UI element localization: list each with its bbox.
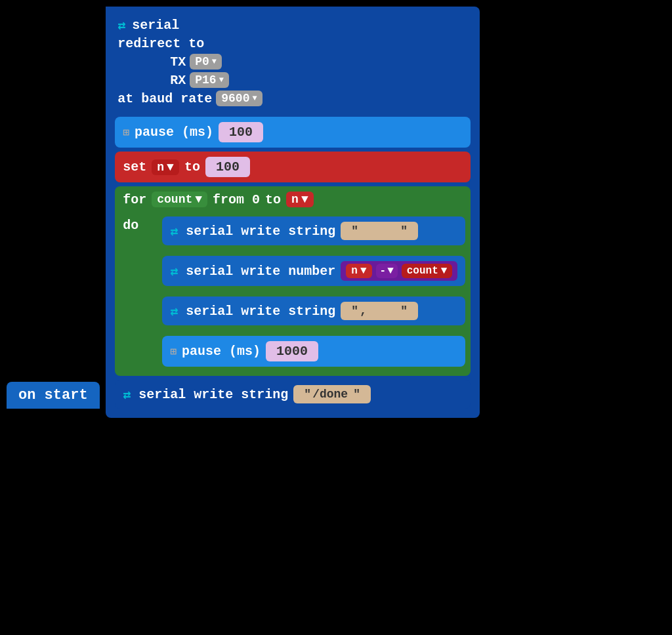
count-var-label: count bbox=[157, 193, 192, 206]
math-n-label: n bbox=[351, 265, 358, 277]
done-string-value[interactable]: " /done " bbox=[293, 385, 371, 403]
set-value-box[interactable]: 100 bbox=[205, 157, 250, 177]
for-header-row: for count ▼ from 0 to n ▼ bbox=[115, 186, 471, 213]
pause1-value-box[interactable]: 100 bbox=[219, 122, 263, 142]
math-block: n ▼ - ▼ count ▼ bbox=[341, 261, 457, 281]
tx-dropdown[interactable]: P0 ▼ bbox=[190, 54, 222, 70]
usb-icon-5: ⇄ bbox=[123, 386, 131, 403]
to-label-for: to bbox=[265, 192, 281, 207]
serial-line2: redirect to bbox=[117, 36, 468, 51]
pause-block-2: ⊞ pause (ms) 1000 bbox=[162, 336, 465, 367]
tx-label: TX bbox=[170, 54, 186, 70]
n-for-arrow: ▼ bbox=[301, 193, 308, 206]
quote-close-done: " bbox=[353, 388, 360, 401]
tx-value: P0 bbox=[195, 55, 209, 68]
usb-icon-3: ⇄ bbox=[170, 263, 178, 279]
count-var-arrow: ▼ bbox=[441, 265, 448, 277]
usb-icon-4: ⇄ bbox=[170, 303, 178, 319]
serial-write-number-label: serial write number bbox=[186, 264, 335, 279]
rx-label: RX bbox=[170, 73, 186, 88]
redirect-to-label: redirect to bbox=[117, 36, 204, 51]
pause-block-1: ⊞ pause (ms) 100 bbox=[115, 117, 471, 148]
serial-write-string-1: ⇄ serial write string " " bbox=[162, 216, 465, 245]
baud-row: at baud rate 9600 ▼ bbox=[117, 91, 468, 106]
serial-write-string1-label: serial write string bbox=[186, 224, 335, 239]
set-value: 100 bbox=[216, 159, 240, 174]
quote-close-2: " bbox=[400, 304, 408, 318]
rx-value: P16 bbox=[195, 73, 216, 87]
quote-open-done: " bbox=[304, 388, 311, 401]
math-n-dropdown[interactable]: n ▼ bbox=[346, 264, 371, 278]
serial-write-done: ⇄ serial write string " /done " bbox=[115, 380, 471, 409]
quote-close-1: " bbox=[400, 224, 408, 237]
serial-redirect-block: ⇄ serial redirect to TX P0 ▼ RX P16 ▼ bbox=[115, 13, 471, 113]
serial-write-string2-label: serial write string bbox=[186, 304, 335, 319]
op-dropdown[interactable]: - ▼ bbox=[376, 264, 398, 278]
to-label: to bbox=[184, 159, 200, 174]
do-label-text: do bbox=[123, 218, 138, 233]
op-label: - bbox=[380, 265, 387, 277]
serial-line1: ⇄ serial bbox=[117, 17, 468, 33]
n-for-label: n bbox=[291, 193, 299, 206]
quote-open-1: " bbox=[351, 224, 358, 237]
block-wrapper: ⇄ serial redirect to TX P0 ▼ RX P16 ▼ bbox=[106, 7, 480, 418]
done-string-content: /done bbox=[312, 388, 352, 401]
usb-icon-2: ⇄ bbox=[170, 223, 178, 239]
set-block: set n ▼ to 100 bbox=[115, 152, 471, 182]
count-arrow: ▼ bbox=[195, 193, 202, 206]
do-label: do bbox=[123, 213, 162, 233]
usb-icon-1: ⇄ bbox=[117, 17, 125, 33]
string-content-2: , bbox=[360, 304, 399, 318]
rx-arrow: ▼ bbox=[219, 75, 224, 85]
serial-write-done-label: serial write string bbox=[138, 387, 288, 402]
from-label: from 0 bbox=[213, 192, 260, 207]
pause1-value: 100 bbox=[229, 125, 253, 140]
grid-icon-2: ⊞ bbox=[170, 345, 177, 358]
math-n-arrow: ▼ bbox=[360, 265, 367, 277]
count-var-dropdown[interactable]: count ▼ bbox=[402, 264, 453, 278]
string-value-1[interactable]: " " bbox=[341, 222, 418, 240]
baud-value: 9600 bbox=[221, 92, 249, 105]
baud-label: at baud rate bbox=[117, 91, 212, 106]
n-dropdown[interactable]: n ▼ bbox=[152, 159, 179, 175]
serial-write-number: ⇄ serial write number n ▼ - ▼ bbox=[162, 256, 465, 286]
op-arrow: ▼ bbox=[387, 265, 394, 277]
pause1-label: pause (ms) bbox=[135, 125, 213, 140]
rx-dropdown[interactable]: P16 ▼ bbox=[190, 72, 229, 88]
pause2-label: pause (ms) bbox=[182, 344, 261, 359]
tx-arrow: ▼ bbox=[212, 57, 217, 66]
count-dropdown[interactable]: count ▼ bbox=[152, 192, 207, 207]
baud-arrow: ▼ bbox=[252, 94, 257, 103]
for-block-outer: for count ▼ from 0 to n ▼ do bbox=[115, 186, 471, 376]
for-label: for bbox=[123, 192, 146, 207]
string-value-2[interactable]: " , " bbox=[341, 302, 418, 320]
on-start-header: on start bbox=[7, 382, 100, 409]
rx-row: RX P16 ▼ bbox=[117, 72, 468, 88]
count-var-label-math: count bbox=[407, 265, 438, 277]
pause2-value-box[interactable]: 1000 bbox=[266, 341, 318, 361]
header-title: on start bbox=[18, 387, 88, 403]
set-label: set bbox=[123, 159, 146, 174]
n-dropdown-arrow: ▼ bbox=[167, 161, 174, 174]
n-for-dropdown[interactable]: n ▼ bbox=[286, 192, 314, 207]
n-var-label: n bbox=[157, 161, 164, 174]
main-container: on start ⇄ serial redirect to TX P0 ▼ RX bbox=[7, 7, 480, 418]
tx-row: TX P0 ▼ bbox=[117, 54, 468, 70]
grid-icon-1: ⊞ bbox=[123, 126, 129, 139]
do-blocks-col: ⇄ serial write string " " ⇄ serial write… bbox=[162, 213, 465, 371]
serial-label-1: serial bbox=[132, 18, 179, 33]
for-inner: do ⇄ serial write string " " bbox=[115, 213, 471, 376]
pause2-value: 1000 bbox=[276, 344, 308, 359]
serial-write-string-2: ⇄ serial write string " , " bbox=[162, 297, 465, 325]
quote-open-2: " bbox=[351, 304, 358, 318]
baud-dropdown[interactable]: 9600 ▼ bbox=[216, 91, 262, 106]
